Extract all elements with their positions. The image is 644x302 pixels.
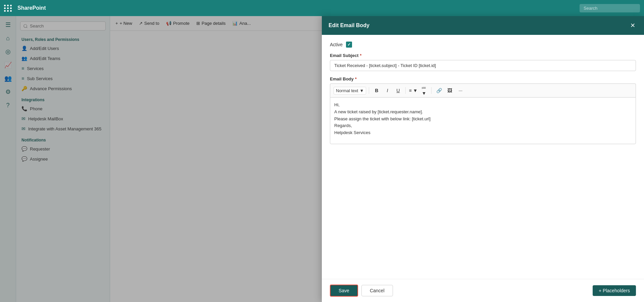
dialog-header: Edit Email Body ✕ [322,16,644,35]
toolbar-divider-3 [431,87,432,94]
toolbar-divider-2 [405,87,406,94]
top-bar: SharePoint [0,0,644,16]
format-select-value: Normal text [336,88,358,93]
edit-email-body-dialog: Edit Email Body ✕ Active Email Subject *… [322,16,644,302]
more-button[interactable]: ··· [456,86,465,95]
list-button[interactable]: ≔ ▼ [419,86,429,95]
email-body-label: Email Body * [330,76,636,81]
dialog-footer: Save Cancel + Placeholders [322,279,644,302]
format-select[interactable]: Normal text ▼ [334,87,366,95]
active-row: Active [330,42,636,48]
active-label: Active [330,42,343,47]
dialog-close-button[interactable]: ✕ [628,21,637,30]
subject-required-star: * [360,53,361,58]
align-button[interactable]: ≡ ▼ [408,86,418,95]
email-subject-input[interactable] [330,60,636,71]
dialog-title: Edit Email Body [329,22,369,28]
email-subject-field: Email Subject * [330,53,636,71]
email-body-editor[interactable]: Hi,A new ticket raised by [ticket.reques… [330,97,636,144]
chevron-down-icon: ▼ [359,88,364,93]
link-button[interactable]: 🔗 [434,86,444,95]
save-button[interactable]: Save [330,285,358,297]
underline-button[interactable]: U [393,86,403,95]
bold-button[interactable]: B [372,86,381,95]
app-title: SharePoint [17,5,46,11]
body-required-star: * [355,76,357,81]
main-layout: ☰ ⌂ ◎ 📈 👥 ⚙ ? Users, Roles and Permissio… [0,16,644,302]
image-button[interactable]: 🖼 [445,86,454,95]
dialog-body: Active Email Subject * Email Body * [322,35,644,279]
app-dots [4,5,12,12]
placeholders-button[interactable]: + Placeholders [593,285,636,296]
editor-toolbar: Normal text ▼ B I U ≡ ▼ ≔ ▼ 🔗 🖼 ··· [330,83,636,97]
email-body-field: Email Body * Normal text ▼ B I U ≡ ▼ ≔ ▼ [330,76,636,144]
active-checkbox[interactable] [346,42,352,48]
italic-button[interactable]: I [383,86,392,95]
cancel-button[interactable]: Cancel [361,285,393,296]
toolbar-divider-1 [369,87,369,94]
email-subject-label: Email Subject * [330,53,636,58]
top-search-input[interactable] [580,4,640,12]
